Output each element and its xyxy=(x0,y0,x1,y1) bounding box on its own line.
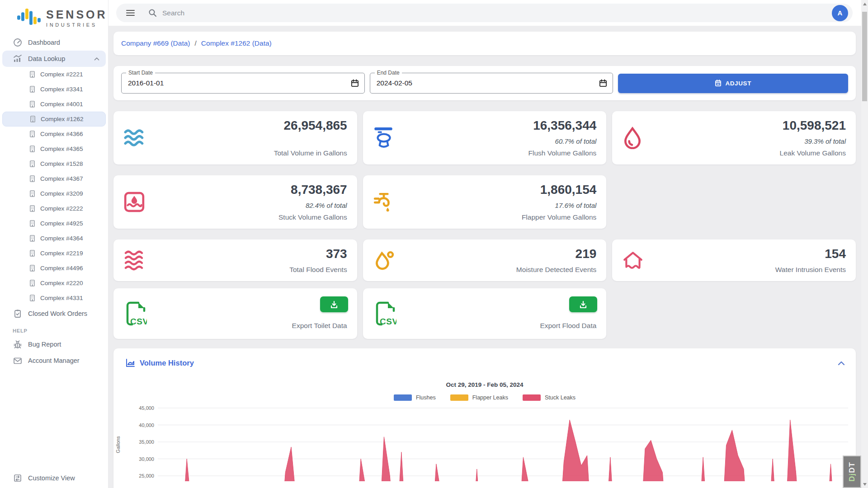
sidebar-item-label: Customize View xyxy=(28,474,75,482)
sidebar-item-account-manager[interactable]: Account Manager xyxy=(0,352,108,369)
sidebar-item-complex[interactable]: Complex #4496 xyxy=(0,261,108,276)
scroll-up-arrow[interactable] xyxy=(861,0,868,7)
sidebar-item-closed-work-orders[interactable]: Closed Work Orders xyxy=(0,305,108,322)
flood-waves-icon xyxy=(123,250,146,271)
main-area: A Company #669 (Data) / Complex #1262 (D… xyxy=(108,0,861,488)
building-icon xyxy=(29,85,36,93)
end-date-field[interactable]: End Date 2024-02-05 xyxy=(370,73,613,94)
stat-value: 10,598,521 xyxy=(783,118,846,133)
sidebar-item-customize-view[interactable]: Customize View xyxy=(0,470,108,486)
calendar-icon[interactable] xyxy=(351,79,359,87)
stat-label: Leak Volume Gallons xyxy=(780,149,846,157)
stuck-water-icon xyxy=(123,191,145,213)
svg-text:35,000: 35,000 xyxy=(139,439,154,445)
sidebar-item-complex[interactable]: Complex #4364 xyxy=(0,231,108,246)
volume-history-header[interactable]: Volume History xyxy=(113,348,856,367)
sidebar-item-complex[interactable]: Complex #4001 xyxy=(0,97,108,112)
toilet-icon xyxy=(373,127,394,149)
sidebar-item-complex[interactable]: Complex #2220 xyxy=(0,276,108,291)
stat-label: Total Volume in Gallons xyxy=(274,149,347,157)
start-date-label: Start Date xyxy=(126,70,155,76)
building-icon xyxy=(29,264,36,272)
breadcrumb-link-company[interactable]: Company #669 (Data) xyxy=(121,39,190,47)
legend-item-stuck-leaks[interactable]: Stuck Leaks xyxy=(523,394,576,401)
sidebar-item-complex[interactable]: Complex #2219 xyxy=(0,246,108,261)
sidebar-item-complex[interactable]: Complex #3209 xyxy=(0,186,108,201)
collapse-chevron-icon[interactable] xyxy=(837,360,846,366)
stat-label: Moisture Detected Events xyxy=(516,266,596,274)
download-button[interactable] xyxy=(320,296,348,312)
stat-value: 26,954,865 xyxy=(284,118,347,133)
sidebar-item-complex[interactable]: Complex #2222 xyxy=(0,201,108,216)
stat-card-total-volume: 26,954,865 Total Volume in Gallons xyxy=(113,111,357,164)
volume-history-chart: 45,00040,00035,00030,00025,000Gallons xyxy=(113,403,856,481)
scrollbar[interactable] xyxy=(861,0,868,488)
stat-card-leak-volume: 10,598,521 39.3% of total Leak Volume Ga… xyxy=(612,111,856,164)
moisture-icon xyxy=(373,249,395,271)
stat-percent: 17.6% of total xyxy=(555,202,597,209)
end-date-value: 2024-02-05 xyxy=(377,79,412,87)
sidebar-item-complex[interactable]: Complex #4331 xyxy=(0,291,108,305)
sidebar-item-complex[interactable]: Complex #4365 xyxy=(0,141,108,156)
stat-card-flood-events: 373 Total Flood Events xyxy=(113,239,357,281)
sidebar-nav: Dashboard Data Lookup xyxy=(0,34,108,369)
breadcrumb-link-complex[interactable]: Complex #1262 (Data) xyxy=(201,39,272,47)
search-bar[interactable]: A xyxy=(116,4,853,22)
calendar-icon[interactable] xyxy=(599,79,607,87)
brand-name: SENSOR xyxy=(46,8,108,21)
area-chart-icon xyxy=(125,358,135,367)
sidebar-item-complex[interactable]: Complex #2221 xyxy=(0,67,108,82)
download-button[interactable] xyxy=(569,296,597,312)
svg-text:25,000: 25,000 xyxy=(139,473,154,479)
sidebar-item-complex[interactable]: Complex #3341 xyxy=(0,82,108,97)
sidebar-item-complex[interactable]: Complex #1528 xyxy=(0,156,108,171)
search-icon xyxy=(148,9,157,17)
debug-toolbar-handle[interactable]: DjDT xyxy=(843,455,861,488)
breadcrumb-separator: / xyxy=(195,39,197,47)
menu-icon[interactable] xyxy=(126,9,135,16)
building-icon xyxy=(29,279,36,287)
date-filter-card: Start Date 2016-01-01 End Date 2024-02-0… xyxy=(113,66,856,100)
stat-label: Flapper Volume Gallons xyxy=(522,213,596,221)
sidebar-item-label: Data Lookup xyxy=(28,55,65,62)
search-input[interactable] xyxy=(162,9,853,17)
start-date-field[interactable]: Start Date 2016-01-01 xyxy=(121,73,365,94)
sidebar-item-data-lookup[interactable]: Data Lookup xyxy=(2,51,106,67)
scroll-down-arrow[interactable] xyxy=(861,481,868,488)
legend-item-flapper-leaks[interactable]: Flapper Leaks xyxy=(450,394,508,401)
scrollbar-thumb[interactable] xyxy=(862,12,867,101)
sidebar-item-complex[interactable]: Complex #4367 xyxy=(0,171,108,186)
sidebar-item-complex[interactable]: Complex #4925 xyxy=(0,216,108,231)
brand-bars-icon xyxy=(17,6,42,29)
svg-text:CSV: CSV xyxy=(380,317,396,326)
sidebar-item-complex-selected[interactable]: Complex #1262 xyxy=(2,112,106,127)
building-icon xyxy=(29,130,36,138)
sidebar-item-bug-report[interactable]: Bug Report xyxy=(0,336,108,352)
csv-file-icon: CSV xyxy=(123,300,147,327)
export-flood-card: CSV Export Flood Data xyxy=(363,288,607,339)
house-flood-icon xyxy=(622,250,644,270)
sidebar-item-label: Closed Work Orders xyxy=(28,310,87,317)
stat-label: Stuck Volume Gallons xyxy=(278,213,347,221)
chevron-up-icon[interactable] xyxy=(93,56,100,62)
complex-list: Complex #2221 Complex #3341 Complex #400… xyxy=(0,67,108,305)
avatar[interactable]: A xyxy=(832,5,848,21)
adjust-button[interactable]: ADJUST xyxy=(618,74,848,93)
legend-item-flushes[interactable]: Flushes xyxy=(394,394,436,401)
gauge-icon xyxy=(13,38,23,47)
sidebar-item-dashboard[interactable]: Dashboard xyxy=(0,34,108,51)
legend-swatch xyxy=(394,394,412,401)
building-icon xyxy=(29,205,36,212)
help-section-label: HELP xyxy=(0,322,108,336)
stat-card-intrusion-events: 154 Water Intrusion Events xyxy=(612,239,856,281)
stat-label: Total Flood Events xyxy=(289,266,347,274)
brand-logo[interactable]: SENSOR INDUSTRIES xyxy=(0,0,108,34)
waves-icon xyxy=(123,128,146,147)
droplet-icon xyxy=(622,127,643,149)
sidebar-item-complex[interactable]: Complex #4366 xyxy=(0,127,108,141)
sidebar-item-label: Account Manager xyxy=(28,357,80,364)
export-toilet-card: CSV Export Toilet Data xyxy=(113,288,357,339)
export-card-label: Export Toilet Data xyxy=(292,322,347,330)
csv-file-icon: CSV xyxy=(373,300,396,327)
building-icon xyxy=(29,145,36,153)
